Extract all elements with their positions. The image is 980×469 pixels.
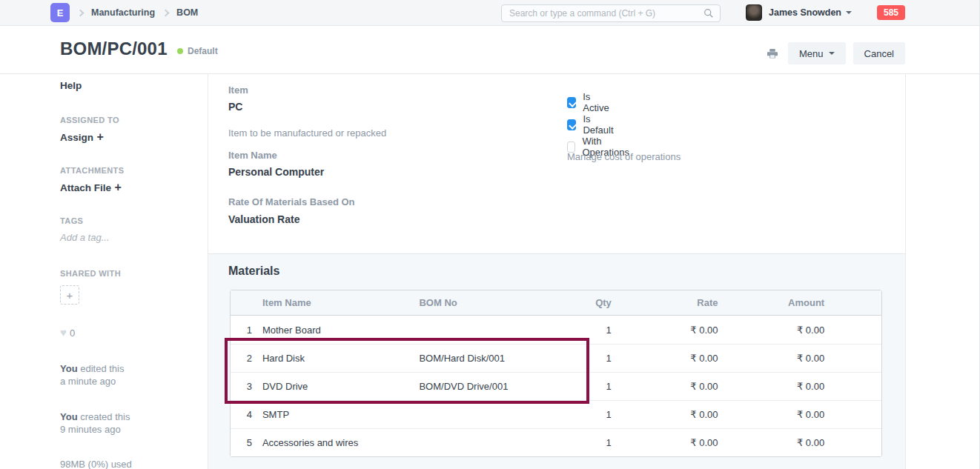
cancel-button[interactable]: Cancel (853, 42, 905, 64)
cell-spacer (830, 372, 881, 400)
notification-badge[interactable]: 585 (877, 5, 905, 20)
col-item-name: Item Name (256, 290, 414, 316)
cell-qty[interactable]: 1 (560, 400, 618, 428)
app-window: E Manufacturing BOM James Snowden 585 BO… (0, 0, 980, 469)
breadcrumb-manufacturing[interactable]: Manufacturing (91, 7, 155, 18)
cell-item-name[interactable]: Accessories and wires (256, 428, 414, 456)
user-avatar[interactable] (746, 4, 762, 21)
cell-spacer (830, 428, 881, 456)
cell-bom-no[interactable] (413, 316, 560, 344)
cell-index[interactable]: 3 (231, 372, 256, 400)
cell-rate[interactable]: ₹ 0.00 (618, 428, 724, 456)
cell-qty[interactable]: 1 (560, 428, 618, 456)
assigned-to-label: ASSIGNED TO (60, 116, 119, 124)
print-icon (767, 48, 778, 59)
checkbox-icon (567, 119, 576, 130)
search-input[interactable] (508, 7, 703, 19)
cell-qty[interactable]: 1 (560, 316, 618, 344)
cell-index[interactable]: 4 (231, 400, 256, 428)
cell-rate[interactable]: ₹ 0.00 (618, 372, 724, 400)
created-when: 9 minutes ago (60, 424, 121, 435)
rate-based-on-value[interactable]: Valuation Rate (228, 213, 299, 225)
item-name-value[interactable]: Personal Computer (228, 166, 324, 178)
col-qty: Qty (560, 290, 618, 316)
table-row: 3 DVD Drive BOM/DVD Drive/001 1 ₹ 0.00 ₹… (231, 372, 881, 400)
top-navbar: E Manufacturing BOM James Snowden 585 (0, 0, 979, 26)
cancel-button-label: Cancel (864, 48, 894, 59)
cell-amount[interactable]: ₹ 0.00 (724, 400, 830, 428)
caret-down-icon (846, 11, 852, 14)
menu-button[interactable]: Menu (788, 42, 846, 64)
table-row: 2 Hard Disk BOM/Hard Disk/001 1 ₹ 0.00 ₹… (231, 344, 881, 372)
add-share-button[interactable]: + (60, 285, 79, 305)
cell-index[interactable]: 2 (231, 344, 256, 372)
chevron-right-icon (77, 9, 85, 16)
cell-qty[interactable]: 1 (560, 344, 618, 372)
heart-icon[interactable]: ♥ (60, 326, 67, 339)
rate-based-on-label: Rate Of Materials Based On (228, 196, 355, 207)
item-value[interactable]: PC (228, 101, 242, 113)
breadcrumb-bom[interactable]: BOM (176, 7, 198, 18)
add-tag-input[interactable]: Add a tag... (60, 232, 110, 243)
table-row: 5 Accessories and wires 1 ₹ 0.00 ₹ 0.00 (231, 428, 881, 456)
is-default-checkbox[interactable]: Is Default (567, 113, 615, 136)
col-index (231, 290, 256, 316)
attach-file-button[interactable]: Attach File + (60, 181, 122, 194)
user-menu[interactable]: James Snowden (769, 7, 841, 18)
created-action: created this (78, 411, 130, 422)
cell-item-name[interactable]: Hard Disk (256, 344, 414, 372)
print-button[interactable] (764, 46, 781, 61)
cell-rate[interactable]: ₹ 0.00 (618, 400, 724, 428)
col-bom-no: BOM No (413, 290, 560, 316)
cell-bom-no[interactable]: BOM/Hard Disk/001 (413, 344, 560, 372)
menu-button-label: Menu (799, 48, 824, 59)
cell-amount[interactable]: ₹ 0.00 (724, 316, 830, 344)
item-label: Item (228, 84, 248, 96)
cell-qty[interactable]: 1 (560, 372, 618, 400)
like-widget: ♥0 (60, 326, 75, 339)
search-icon (703, 8, 714, 19)
materials-section-title: Materials (228, 265, 279, 278)
cell-amount[interactable]: ₹ 0.00 (724, 428, 830, 456)
cell-amount[interactable]: ₹ 0.00 (724, 344, 830, 372)
shared-with-label: SHARED WITH (60, 269, 121, 278)
item-name-label: Item Name (228, 150, 277, 161)
cell-spacer (830, 344, 881, 372)
cell-index[interactable]: 1 (231, 316, 256, 344)
cell-spacer (830, 400, 881, 428)
storage-usage: 98MB (0%) used (60, 459, 132, 469)
cell-bom-no[interactable] (413, 428, 560, 456)
is-active-checkbox[interactable]: Is Active (567, 91, 611, 113)
navbar-user-area: James Snowden 585 (746, 0, 905, 25)
sidebar-help-link[interactable]: Help (60, 80, 82, 91)
global-search[interactable] (501, 4, 721, 22)
like-count: 0 (70, 327, 75, 339)
cell-amount[interactable]: ₹ 0.00 (724, 372, 830, 400)
form-sidebar: Help ASSIGNED TO Assign + ATTACHMENTS At… (0, 74, 208, 469)
chevron-right-icon (162, 9, 170, 16)
materials-section: Materials Item Name BOM No Qty (208, 253, 905, 469)
tags-label: TAGS (60, 216, 83, 225)
caret-down-icon (829, 52, 835, 55)
cell-rate[interactable]: ₹ 0.00 (618, 316, 724, 344)
cell-rate[interactable]: ₹ 0.00 (618, 344, 724, 372)
cell-bom-no[interactable]: BOM/DVD Drive/001 (413, 372, 560, 400)
attach-file-label: Attach File (60, 182, 111, 193)
cell-index[interactable]: 5 (231, 428, 256, 456)
cell-item-name[interactable]: SMTP (256, 400, 414, 428)
app-logo[interactable]: E (50, 3, 70, 22)
cell-item-name[interactable]: Mother Board (256, 316, 414, 344)
page-header: BOM/PC/001 Default Menu Cancel (0, 26, 979, 74)
col-rate: Rate (618, 290, 724, 316)
cell-item-name[interactable]: DVD Drive (256, 372, 414, 400)
assign-button[interactable]: Assign + (60, 130, 104, 144)
edited-when: a minute ago (60, 376, 116, 387)
plus-icon: + (114, 181, 121, 193)
edited-activity: You edited this (60, 363, 124, 374)
plus-icon: + (96, 130, 103, 143)
edited-action: edited this (78, 363, 125, 374)
col-amount: Amount (724, 290, 830, 316)
cell-bom-no[interactable] (413, 400, 560, 428)
page-body: Help ASSIGNED TO Assign + ATTACHMENTS At… (0, 74, 979, 469)
operations-help-text: Manage cost of operations (567, 151, 681, 162)
